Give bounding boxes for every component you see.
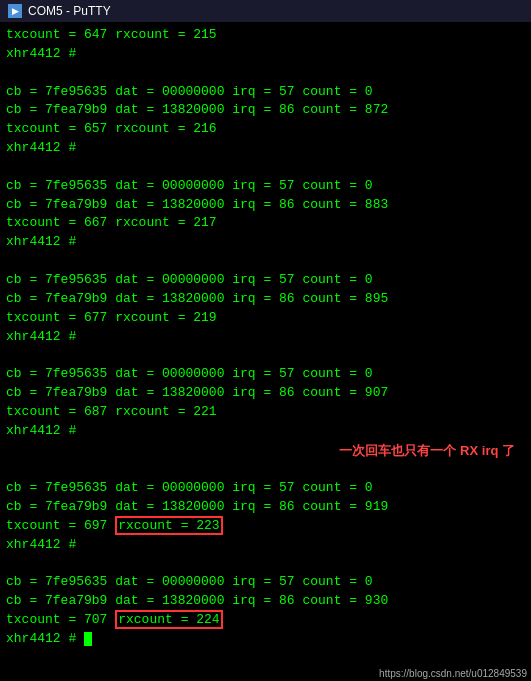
highlighted-rxcount: rxcount = 224 bbox=[115, 610, 222, 629]
title-icon: ▶ bbox=[8, 4, 22, 18]
terminal-line: txcount = 697 rxcount = 223 bbox=[6, 517, 525, 536]
terminal-line: cb = 7fea79b9 dat = 13820000 irq = 86 co… bbox=[6, 498, 525, 517]
terminal-line: cb = 7fe95635 dat = 00000000 irq = 57 co… bbox=[6, 573, 525, 592]
cursor bbox=[84, 632, 92, 646]
window-title: COM5 - PuTTY bbox=[28, 4, 111, 18]
terminal-line: txcount = 677 rxcount = 219 bbox=[6, 309, 525, 328]
terminal-line: cb = 7fe95635 dat = 00000000 irq = 57 co… bbox=[6, 83, 525, 102]
terminal-line: xhr4412 # bbox=[6, 233, 525, 252]
highlighted-rxcount: rxcount = 223 bbox=[115, 516, 222, 535]
terminal-line: cb = 7fe95635 dat = 00000000 irq = 57 co… bbox=[6, 271, 525, 290]
terminal-line: cb = 7fe95635 dat = 00000000 irq = 57 co… bbox=[6, 177, 525, 196]
terminal-line: xhr4412 # bbox=[6, 328, 525, 347]
terminal-line: cb = 7fea79b9 dat = 13820000 irq = 86 co… bbox=[6, 196, 525, 215]
terminal-line: txcount = 707 rxcount = 224 bbox=[6, 611, 525, 630]
terminal-line bbox=[6, 64, 525, 83]
terminal-line: txcount = 657 rxcount = 216 bbox=[6, 120, 525, 139]
terminal-line bbox=[6, 460, 525, 479]
terminal-line bbox=[6, 158, 525, 177]
terminal-line bbox=[6, 252, 525, 271]
terminal-line: xhr4412 # bbox=[6, 630, 525, 649]
terminal-line: txcount = 687 rxcount = 221 bbox=[6, 403, 525, 422]
terminal-line: txcount = 667 rxcount = 217 bbox=[6, 214, 525, 233]
title-bar: ▶ COM5 - PuTTY bbox=[0, 0, 531, 22]
terminal-line: xhr4412 # bbox=[6, 45, 525, 64]
terminal-area: txcount = 647 rxcount = 215xhr4412 #cb =… bbox=[0, 22, 531, 653]
terminal-line bbox=[6, 346, 525, 365]
terminal-line: cb = 7fe95635 dat = 00000000 irq = 57 co… bbox=[6, 365, 525, 384]
terminal-line: xhr4412 # bbox=[6, 139, 525, 158]
terminal-line bbox=[6, 555, 525, 574]
terminal-line: xhr4412 # bbox=[6, 536, 525, 555]
terminal-line: cb = 7fe95635 dat = 00000000 irq = 57 co… bbox=[6, 479, 525, 498]
terminal-line: cb = 7fea79b9 dat = 13820000 irq = 86 co… bbox=[6, 290, 525, 309]
terminal-line: cb = 7fea79b9 dat = 13820000 irq = 86 co… bbox=[6, 384, 525, 403]
terminal-line: cb = 7fea79b9 dat = 13820000 irq = 86 co… bbox=[6, 101, 525, 120]
annotation: 一次回车也只有一个 RX irq 了 bbox=[6, 442, 525, 461]
terminal-line: txcount = 647 rxcount = 215 bbox=[6, 26, 525, 45]
terminal-line: cb = 7fea79b9 dat = 13820000 irq = 86 co… bbox=[6, 592, 525, 611]
watermark: https://blog.csdn.net/u012849539 bbox=[379, 668, 527, 679]
terminal-line: xhr4412 # bbox=[6, 422, 525, 441]
